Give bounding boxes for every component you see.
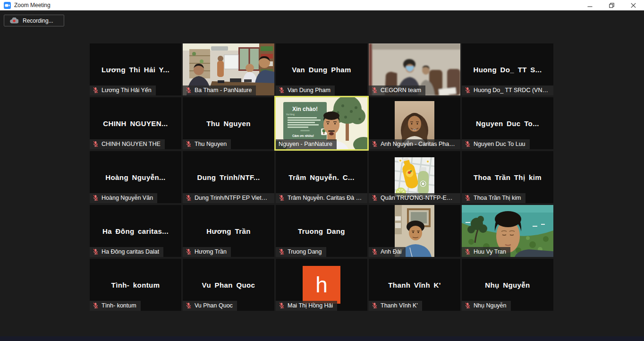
mic-muted-icon xyxy=(372,195,378,201)
participant-nameplate: Anh Nguyễn - Caritas Phan... xyxy=(369,139,460,149)
participant-tile[interactable]: Anh Đài xyxy=(369,205,460,257)
participant-name-label: Trâm Nguyễn. Caritas Đà Lạt xyxy=(288,195,363,201)
participant-nameplate: Dung Trinh/NTFP EP Vietnam xyxy=(183,193,274,203)
mic-muted-icon xyxy=(186,248,192,255)
participant-tile[interactable]: Dung Trinh/NTF...Dung Trinh/NTFP EP Viet… xyxy=(183,151,274,203)
mic-muted-icon xyxy=(372,302,378,309)
participant-name-label: Thanh Vĩnh K' xyxy=(381,302,418,309)
zoom-window: Zoom Meeting Recording... Lương xyxy=(0,0,644,341)
participant-nameplate: Nhụ Nguyễn xyxy=(462,301,511,311)
participant-nameplate: Thoa Trần Thị kim xyxy=(462,193,525,203)
participant-name-label: Vu Phan Quoc xyxy=(195,302,233,309)
participant-nameplate: CEGORN team xyxy=(369,85,425,95)
participant-name-label: Lương Thi Hải Yến xyxy=(102,87,152,94)
participant-tile[interactable]: Anh Nguyễn - Caritas Phan... xyxy=(369,97,460,149)
participant-name-label: Anh Đài xyxy=(381,248,401,255)
mic-muted-icon xyxy=(465,87,471,94)
participant-tile[interactable]: Thanh Vĩnh K'Thanh Vĩnh K' xyxy=(369,259,460,311)
mic-muted-icon xyxy=(186,302,192,309)
participant-name-label: CEGORN team xyxy=(381,87,421,94)
participant-name-label: Nhụ Nguyễn xyxy=(474,302,507,309)
participant-nameplate: Thanh Vĩnh K' xyxy=(369,301,422,311)
participant-name-label: Van Dung Pham xyxy=(288,87,330,94)
participant-tile[interactable]: Trâm Nguyễn. C...Trâm Nguyễn. Caritas Đà… xyxy=(276,151,367,203)
participant-tile[interactable]: Ba Tham - PanNature xyxy=(183,43,274,95)
svg-text:Xin chào!: Xin chào! xyxy=(292,106,318,112)
svg-text:Cảm ơn nhiều!: Cảm ơn nhiều! xyxy=(292,134,314,137)
participant-tile[interactable]: Hoàng Nguyễn...Hoàng Nguyễn Văn xyxy=(90,151,181,203)
participant-tile[interactable]: Nguyen Duc To...Nguyen Duc To Luu xyxy=(462,97,553,149)
participant-nameplate: Ba Tham - PanNature xyxy=(183,85,256,95)
mic-muted-icon xyxy=(279,195,285,201)
mic-muted-icon xyxy=(93,195,99,201)
participant-name-label: Nguyen Duc To Luu xyxy=(474,141,525,147)
participant-nameplate: Huu Vy Tran xyxy=(462,247,510,257)
participant-tile[interactable]: Lương Thi Hải Y...Lương Thi Hải Yến xyxy=(90,43,181,95)
participant-nameplate: Lương Thi Hải Yến xyxy=(90,85,156,95)
participant-nameplate: Quân TRƯƠNG-NTFP-EP VN xyxy=(369,193,460,203)
participant-name-label: Mai Thị Hồng Hải xyxy=(288,302,333,309)
minimize-button[interactable] xyxy=(579,0,601,10)
participant-name-label: Huong Do_ TT SRDC (VNUF) xyxy=(474,87,549,94)
participant-name-label: Tình- kontum xyxy=(102,302,136,309)
participant-grid: Lương Thi Hải Y...Lương Thi Hải YếnBa Th… xyxy=(90,43,553,311)
letter-avatar: h xyxy=(303,266,340,304)
participant-nameplate: Anh Đài xyxy=(369,247,406,257)
recording-cloud-icon xyxy=(10,17,18,24)
participant-tile[interactable]: Huong Do_ TT S...Huong Do_ TT SRDC (VNUF… xyxy=(462,43,553,95)
participant-tile[interactable]: Nhụ NguyễnNhụ Nguyễn xyxy=(462,259,553,311)
participant-tile[interactable]: Tình- kontumTình- kontum xyxy=(90,259,181,311)
participant-nameplate: CHINH NGUYEN THE xyxy=(90,139,165,149)
window-title: Zoom Meeting xyxy=(14,2,51,9)
participant-tile[interactable]: CEGORN team xyxy=(369,43,460,95)
mic-muted-icon xyxy=(465,141,471,147)
mic-muted-icon xyxy=(372,248,378,255)
participant-nameplate: Tình- kontum xyxy=(90,301,141,311)
participant-name-label: CHINH NGUYEN THE xyxy=(102,141,161,147)
participant-name-label: Dung Trinh/NTFP EP Vietnam xyxy=(195,195,270,201)
mic-muted-icon xyxy=(465,248,471,255)
participant-nameplate: Hoàng Nguyễn Văn xyxy=(90,193,157,203)
mic-muted-icon xyxy=(93,302,99,309)
participant-tile[interactable]: Huu Vy Tran xyxy=(462,205,553,257)
recording-indicator[interactable]: Recording... xyxy=(4,15,64,26)
participant-name-label: Thu Nguyen xyxy=(195,141,227,147)
participant-tile[interactable]: Van Dung PhamVan Dung Pham xyxy=(276,43,367,95)
mic-muted-icon xyxy=(465,195,471,201)
participant-name-label: Quân TRƯƠNG-NTFP-EP VN xyxy=(381,195,456,201)
participant-tile[interactable]: Xin chào!Vui lòngCảm ơn nhiều!Nguyen - P… xyxy=(276,97,367,149)
participant-nameplate: Trâm Nguyễn. Caritas Đà Lạt xyxy=(276,193,367,203)
participant-tile[interactable]: Truong DangTruong Dang xyxy=(276,205,367,257)
participant-name-label: Ha Đông caritas Dalat xyxy=(102,248,159,255)
participant-name-label: Anh Nguyễn - Caritas Phan... xyxy=(381,141,456,147)
participant-tile[interactable]: Thoa Trần Thị kimThoa Trần Thị kim xyxy=(462,151,553,203)
participant-nameplate: Mai Thị Hồng Hải xyxy=(276,301,337,311)
svg-text:Vui lòng: Vui lòng xyxy=(286,113,295,116)
mic-muted-icon xyxy=(279,87,285,94)
participant-name-label: Hoàng Nguyễn Văn xyxy=(102,195,153,201)
participant-name-label: Thoa Trần Thị kim xyxy=(474,195,521,201)
participant-nameplate: Truong Dang xyxy=(276,247,326,257)
mic-muted-icon xyxy=(465,302,471,309)
participant-tile[interactable]: Quân TRƯƠNG-NTFP-EP VN xyxy=(369,151,460,203)
zoom-app-icon xyxy=(4,2,11,9)
participant-nameplate: Nguyen Duc To Luu xyxy=(462,139,530,149)
participant-nameplate: Ha Đông caritas Dalat xyxy=(90,247,163,257)
close-button[interactable] xyxy=(622,0,644,10)
participant-tile[interactable]: Thu NguyenThu Nguyen xyxy=(183,97,274,149)
participant-tile[interactable]: hMai Thị Hồng Hải xyxy=(276,259,367,311)
participant-tile[interactable]: Ha Đông caritas...Ha Đông caritas Dalat xyxy=(90,205,181,257)
participant-nameplate: Thu Nguyen xyxy=(183,139,231,149)
bottom-strip xyxy=(0,336,644,341)
participant-nameplate: Vu Phan Quoc xyxy=(183,301,237,311)
mic-muted-icon xyxy=(372,141,378,147)
participant-tile[interactable]: Vu Phan QuocVu Phan Quoc xyxy=(183,259,274,311)
mic-muted-icon xyxy=(372,87,378,94)
restore-button[interactable] xyxy=(601,0,622,10)
mic-muted-icon xyxy=(93,141,99,147)
participant-tile[interactable]: Hương TrầnHương Trần xyxy=(183,205,274,257)
window-controls xyxy=(579,0,644,10)
participant-tile[interactable]: CHINH NGUYEN...CHINH NGUYEN THE xyxy=(90,97,181,149)
recording-label: Recording... xyxy=(23,17,53,24)
mic-muted-icon xyxy=(93,87,99,94)
